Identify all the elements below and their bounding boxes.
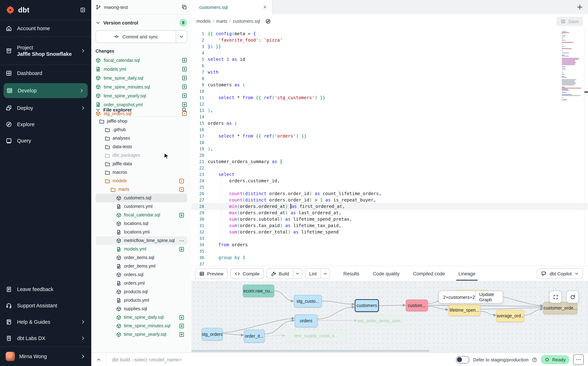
tree-item-jaffle-data[interactable]: jaffle-data <box>96 160 187 168</box>
code-editor[interactable]: 1{{ config(meta = {2 'favorite_food': 'p… <box>191 28 588 266</box>
sidebar-item-help-guides[interactable]: Help & Guides <box>0 314 91 330</box>
dbt-copilot-button[interactable]: dbt Copilot <box>537 268 583 279</box>
close-tab-icon[interactable] <box>263 5 267 9</box>
stage-file-button[interactable] <box>182 58 187 63</box>
sidebar-item-account-home[interactable]: Account home <box>0 20 91 37</box>
tree-item-orders-yml[interactable]: orders.yml <box>96 279 187 288</box>
stage-file-button[interactable] <box>179 246 184 252</box>
stage-file-button[interactable] <box>182 75 187 81</box>
lineage-node-order-it[interactable]: order_it... <box>244 330 265 343</box>
sidebar-item-explore[interactable]: Explore <box>0 116 91 133</box>
save-button[interactable]: Save <box>557 17 583 26</box>
sidebar-item-query[interactable]: Query <box>0 133 91 149</box>
expand-command-bar-button[interactable] <box>91 357 106 362</box>
lineage-hscrollbar[interactable] <box>191 349 588 352</box>
lineage-node-test-order-items-com[interactable]: test_order_items_com... <box>357 315 403 326</box>
tree-item-time-spine-yearly-sql[interactable]: time_spine_yearly.sql <box>96 330 187 339</box>
breadcrumb-segment[interactable]: marts <box>216 19 227 24</box>
tree-item-dbt-packages[interactable]: dbt_packages <box>96 151 187 160</box>
tree-item-supplies-sql[interactable]: supplies.sql <box>96 305 187 313</box>
build-options-button[interactable] <box>293 269 302 279</box>
tree-item-time-spine-minutes-sql[interactable]: time_spine_minutes.sql <box>96 322 187 330</box>
tree-item-products-yml[interactable]: products.yml <box>96 296 187 305</box>
sidebar-item-develop[interactable]: Develop <box>4 83 88 98</box>
help-icon[interactable] <box>532 357 537 362</box>
chevron-down-icon[interactable] <box>96 20 100 25</box>
commit-and-sync-button[interactable]: Commit and sync <box>96 30 187 43</box>
user-menu[interactable]: Mirna Wong <box>0 347 91 366</box>
tree-item-locations-yml[interactable]: locations.yml <box>96 228 187 236</box>
more-options-button[interactable] <box>573 354 584 365</box>
lint-button[interactable]: Lint <box>305 268 330 279</box>
tab-results[interactable]: Results <box>343 266 359 281</box>
sidebar-item-support-assistant[interactable]: Support Assistant <box>0 297 91 314</box>
lineage-node-stg-orders[interactable]: stg_orders <box>202 328 223 340</box>
preview-button[interactable]: Preview <box>195 268 228 279</box>
breadcrumb-segment[interactable]: customers.sql <box>233 19 260 24</box>
changed-file-time-spine-daily-sql[interactable]: time_spine_daily.sql <box>96 74 187 83</box>
tab-customers-sql[interactable]: customers.sql <box>191 0 272 14</box>
lineage-canvas[interactable]: ecom.raw_cu...stg_custo...customerscusto… <box>191 281 588 352</box>
lineage-node-lifetime-spen[interactable]: lifetime_spen... <box>448 305 480 316</box>
tree-item-locations-sql[interactable]: locations.sql <box>96 219 187 228</box>
stage-file-button[interactable] <box>182 84 187 90</box>
tab-code-quality[interactable]: Code quality <box>373 266 399 281</box>
lineage-node-average-ord[interactable]: average_ord... <box>496 310 524 322</box>
tree-item-fiscal-calendar-sql[interactable]: fiscal_calendar.sql <box>96 211 187 219</box>
build-button[interactable]: Build <box>267 268 302 279</box>
tab-lineage[interactable]: Lineage <box>458 266 476 281</box>
changed-file-fiscal-calendar-sql[interactable]: fiscal_calendar.sql <box>96 56 187 65</box>
search-icon[interactable] <box>181 107 187 113</box>
tree-item-time-spine-daily-sql[interactable]: time_spine_daily.sql <box>96 313 187 322</box>
tree-item-analyses[interactable]: analyses <box>96 134 187 143</box>
compile-button[interactable]: Compile <box>231 268 264 279</box>
sidebar-item-deploy[interactable]: Deploy <box>0 100 91 116</box>
lineage-node-orders[interactable]: orders <box>295 314 317 327</box>
stage-file-button[interactable] <box>179 323 184 328</box>
tree-item-github[interactable]: .github <box>96 125 187 134</box>
changed-file-time-spine-yearly-sql[interactable]: time_spine_yearly.sql <box>96 91 187 100</box>
sidebar-item-leave-feedback[interactable]: Leave feedback <box>0 281 91 297</box>
sidebar-item-project[interactable]: ProjectJaffle Shop Snowflake <box>0 37 91 65</box>
defer-toggle[interactable] <box>456 356 469 363</box>
tree-item-metricflow-time-spine-sql[interactable]: metricflow_time_spine.sql <box>96 236 187 245</box>
tree-item-models-yml[interactable]: models.yml <box>96 245 187 253</box>
commit-options-button[interactable] <box>176 30 187 43</box>
tree-item-marts[interactable]: marts <box>96 185 187 194</box>
tree-item-orders-sql[interactable]: orders.sql <box>96 270 187 279</box>
tree-item-products-sql[interactable]: products.sql <box>96 288 187 296</box>
tree-item-order-items-sql[interactable]: order_items.sql <box>96 253 187 262</box>
stage-file-button[interactable] <box>182 67 187 72</box>
lineage-node-ecom-raw-cu[interactable]: ecom.raw_cu... <box>243 285 274 297</box>
lineage-node-customers[interactable]: customers <box>355 299 379 312</box>
editor-scrollbar[interactable] <box>584 28 588 266</box>
stage-file-button[interactable] <box>179 332 184 337</box>
tree-item-order-items-yml[interactable]: order_items.yml <box>96 262 187 270</box>
command-input[interactable]: dbt build --select <model_name> <box>106 353 456 366</box>
stage-file-button[interactable] <box>182 93 187 99</box>
lineage-node-custom[interactable]: custom... <box>406 299 428 311</box>
lint-options-button[interactable] <box>321 269 329 279</box>
tree-item-macros[interactable]: macros <box>96 168 187 177</box>
fullscreen-button[interactable] <box>549 291 562 303</box>
stage-file-button[interactable] <box>179 212 184 218</box>
lineage-search-input[interactable]: 2+customers+2 <box>439 291 475 303</box>
changed-file-time-spine-minutes-sql[interactable]: time_spine_minutes.sql <box>96 83 187 91</box>
changed-file-models-yml[interactable]: models.yml <box>96 65 187 74</box>
lineage-node-customer-orde[interactable]: customer_orde... <box>543 302 577 314</box>
collapse-sidebar-icon[interactable] <box>80 7 86 13</box>
tree-item-customers-sql[interactable]: customers.sql <box>96 194 187 202</box>
new-tab-button[interactable] <box>577 4 583 10</box>
stage-file-button[interactable] <box>179 315 184 320</box>
copy-icon[interactable] <box>181 4 187 10</box>
update-graph-button[interactable]: Update Graph <box>475 291 503 303</box>
lineage-node-test-supply-costs-s[interactable]: test_supply_costs_s... <box>285 330 347 342</box>
tree-item-customers-yml[interactable]: customers.yml <box>96 202 187 211</box>
sidebar-item-dashboard[interactable]: Dashboard <box>0 65 91 81</box>
file-options-button[interactable] <box>179 238 184 243</box>
chevron-down-icon[interactable] <box>96 107 100 112</box>
lineage-node-stg-custo[interactable]: stg_custo... <box>294 295 322 307</box>
breadcrumb-segment[interactable]: models <box>196 19 211 24</box>
refresh-graph-button[interactable] <box>566 291 579 303</box>
tree-item-data-tests[interactable]: data-tests <box>96 143 187 151</box>
